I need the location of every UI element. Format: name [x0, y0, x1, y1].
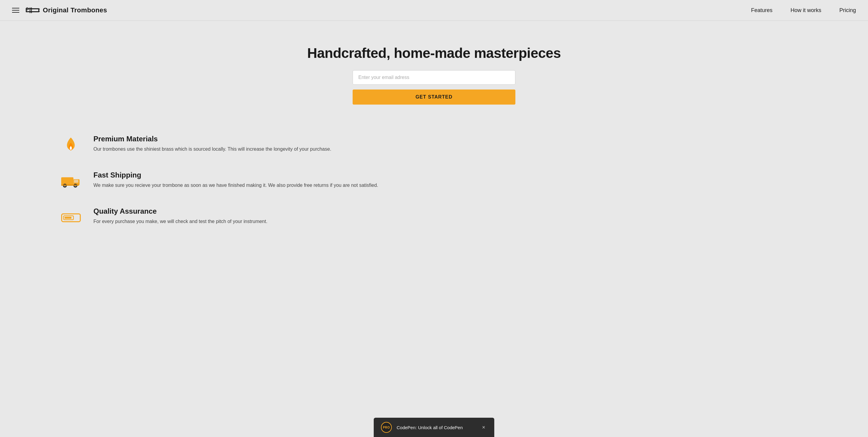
quality-icon: [60, 207, 82, 228]
codepen-banner-message: CodePen: Unlock all of CodePen: [397, 425, 463, 430]
svg-rect-5: [30, 7, 30, 13]
feature-desc-quality-assurance: For every purchase you make, we will che…: [93, 218, 267, 225]
feature-title-premium-materials: Premium Materials: [93, 135, 331, 143]
hero-section: Handcrafted, home-made masterpieces GET …: [0, 21, 868, 123]
svg-rect-18: [80, 216, 81, 219]
svg-rect-1: [26, 11, 39, 12]
hero-title: Handcrafted, home-made masterpieces: [307, 45, 561, 61]
codepen-pro-badge-text: PRO: [383, 426, 390, 429]
logo[interactable]: Original Trombones: [25, 5, 107, 15]
feature-title-quality-assurance: Quality Assurance: [93, 207, 267, 216]
features-section: Premium Materials Our trombones use the …: [0, 123, 868, 246]
feature-text-premium-materials: Premium Materials Our trombones use the …: [93, 135, 331, 153]
feature-item-fast-shipping: Fast Shipping We make sure you recieve y…: [60, 171, 808, 192]
codepen-pro-badge: PRO: [381, 422, 392, 433]
hamburger-line-2: [12, 10, 19, 10]
flame-icon: [60, 135, 82, 156]
svg-rect-9: [74, 180, 79, 183]
nav-pricing[interactable]: Pricing: [839, 7, 856, 13]
get-started-button[interactable]: GET STARTED: [352, 90, 516, 104]
feature-text-quality-assurance: Quality Assurance For every purchase you…: [93, 207, 267, 225]
feature-item-premium-materials: Premium Materials Our trombones use the …: [60, 135, 808, 156]
feature-desc-fast-shipping: We make sure you recieve your trombone a…: [93, 182, 378, 189]
svg-rect-0: [26, 8, 39, 9]
header: Original Trombones Features How it works…: [0, 0, 868, 21]
truck-icon: [60, 171, 82, 192]
svg-rect-14: [61, 184, 79, 185]
svg-rect-6: [31, 7, 32, 13]
hamburger-menu-button[interactable]: [12, 8, 19, 13]
main-nav: Features How it works Pricing: [751, 7, 856, 13]
feature-item-quality-assurance: Quality Assurance For every purchase you…: [60, 207, 808, 228]
logo-text: Original Trombones: [43, 6, 107, 14]
email-input[interactable]: [352, 70, 516, 85]
svg-rect-17: [64, 217, 71, 219]
feature-text-fast-shipping: Fast Shipping We make sure you recieve y…: [93, 171, 378, 189]
header-left: Original Trombones: [12, 5, 107, 15]
svg-rect-7: [61, 177, 73, 185]
feature-title-fast-shipping: Fast Shipping: [93, 171, 378, 179]
trombone-logo-icon: [25, 5, 40, 15]
codepen-close-button[interactable]: ×: [480, 424, 487, 431]
feature-desc-premium-materials: Our trombones use the shiniest brass whi…: [93, 146, 331, 153]
nav-how-it-works[interactable]: How it works: [790, 7, 821, 13]
codepen-banner: PRO CodePen: Unlock all of CodePen ×: [374, 418, 494, 437]
hamburger-line-3: [12, 12, 19, 13]
hamburger-line-1: [12, 8, 19, 8]
nav-features[interactable]: Features: [751, 7, 772, 13]
